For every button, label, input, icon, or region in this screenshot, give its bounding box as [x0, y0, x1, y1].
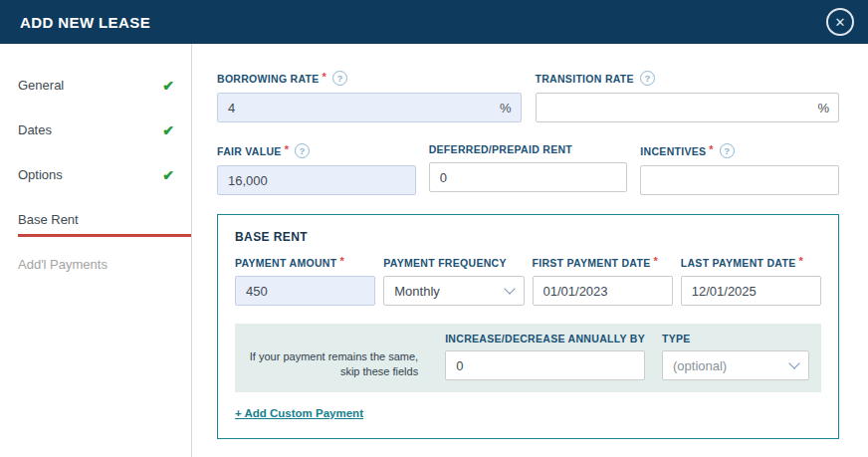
sidebar-item-label: Dates — [18, 122, 52, 137]
help-icon[interactable]: ? — [332, 71, 347, 86]
borrowing-rate-input[interactable] — [217, 93, 522, 122]
payment-amount-label: PAYMENT AMOUNT — [235, 257, 336, 269]
sidebar-item-label: Base Rent — [18, 212, 79, 227]
payment-frequency-select[interactable]: Monthly — [383, 276, 524, 306]
type-value: (optional) — [673, 358, 727, 373]
incentives-field: INCENTIVES * ? — [640, 143, 839, 195]
help-icon[interactable]: ? — [640, 71, 655, 86]
sidebar-item-dates[interactable]: Dates ✔ — [0, 108, 191, 152]
transition-rate-input[interactable] — [536, 93, 840, 122]
first-payment-date-label: FIRST PAYMENT DATE — [533, 257, 651, 269]
incentives-input[interactable] — [640, 165, 839, 195]
borrowing-rate-label: BORROWING RATE — [217, 73, 320, 85]
borrowing-rate-field: BORROWING RATE * ? % — [217, 71, 522, 122]
required-asterisk: * — [709, 143, 713, 155]
type-label: TYPE — [662, 333, 691, 344]
required-asterisk: * — [285, 143, 289, 155]
required-asterisk: * — [653, 255, 657, 267]
chevron-down-icon — [788, 357, 799, 368]
transition-rate-field: TRANSITION RATE ? % — [536, 71, 840, 122]
last-payment-date-input[interactable] — [681, 276, 821, 306]
payment-frequency-label: PAYMENT FREQUENCY — [383, 257, 507, 269]
incentives-label: INCENTIVES — [640, 145, 706, 157]
form-panel: BORROWING RATE * ? % TRANSITION RATE ? — [192, 44, 868, 457]
transition-rate-label: TRANSITION RATE — [536, 73, 634, 85]
payment-frequency-value: Monthly — [394, 284, 440, 299]
required-asterisk: * — [323, 71, 326, 83]
last-payment-date-field: LAST PAYMENT DATE * — [681, 257, 821, 306]
escalation-panel: If your payment remains the same, skip t… — [235, 324, 821, 392]
chevron-down-icon — [504, 283, 515, 294]
modal-body: General ✔ Dates ✔ Options ✔ Base Rent Ad… — [0, 44, 868, 457]
sidebar-item-label: Add'l Payments — [18, 257, 108, 272]
add-custom-payment-link[interactable]: + Add Custom Payment — [235, 407, 363, 419]
base-rent-title: BASE RENT — [235, 230, 821, 244]
step-sidebar: General ✔ Dates ✔ Options ✔ Base Rent Ad… — [0, 44, 192, 457]
base-rent-section: BASE RENT PAYMENT AMOUNT * PAYMENT FREQU… — [217, 214, 839, 439]
payment-frequency-field: PAYMENT FREQUENCY Monthly — [383, 257, 524, 306]
sidebar-item-label: General — [18, 78, 64, 93]
fair-value-label: FAIR VALUE — [217, 145, 282, 157]
fair-value-input[interactable] — [217, 165, 416, 195]
help-icon[interactable]: ? — [295, 143, 310, 158]
payment-amount-field: PAYMENT AMOUNT * — [235, 257, 375, 306]
type-select[interactable]: (optional) — [662, 350, 809, 380]
sidebar-item-base-rent[interactable]: Base Rent — [0, 197, 191, 242]
first-payment-date-field: FIRST PAYMENT DATE * — [533, 257, 673, 306]
check-icon: ✔ — [162, 122, 174, 138]
help-icon[interactable]: ? — [720, 143, 735, 158]
check-icon: ✔ — [162, 167, 174, 183]
modal-title: ADD NEW LEASE — [20, 14, 150, 31]
close-button[interactable]: ✕ — [826, 8, 854, 36]
close-icon: ✕ — [835, 16, 846, 29]
type-field: TYPE (optional) — [662, 333, 809, 380]
deferred-prepaid-rent-input[interactable] — [429, 162, 628, 192]
fair-value-field: FAIR VALUE * ? — [217, 143, 416, 195]
check-icon: ✔ — [162, 78, 174, 94]
required-asterisk: * — [339, 255, 343, 267]
deferred-prepaid-rent-field: DEFERRED/PREPAID RENT — [429, 143, 628, 195]
deferred-prepaid-rent-label: DEFERRED/PREPAID RENT — [429, 143, 572, 155]
modal-header: ADD NEW LEASE ✕ — [0, 0, 868, 44]
add-new-lease-modal: ADD NEW LEASE ✕ General ✔ Dates ✔ Option… — [0, 0, 868, 457]
sidebar-item-general[interactable]: General ✔ — [0, 63, 191, 108]
increase-decrease-input[interactable] — [445, 350, 645, 380]
first-payment-date-input[interactable] — [533, 276, 673, 306]
sidebar-item-options[interactable]: Options ✔ — [0, 152, 191, 197]
required-asterisk: * — [799, 255, 803, 267]
escalation-hint: If your payment remains the same, skip t… — [247, 333, 418, 380]
increase-decrease-label: INCREASE/DECREASE ANNUALLY BY — [445, 333, 645, 344]
last-payment-date-label: LAST PAYMENT DATE — [681, 257, 796, 269]
increase-decrease-field: INCREASE/DECREASE ANNUALLY BY — [445, 333, 645, 380]
sidebar-item-label: Options — [18, 167, 63, 182]
payment-amount-input[interactable] — [235, 276, 375, 306]
sidebar-item-addl-payments[interactable]: Add'l Payments — [0, 242, 191, 287]
